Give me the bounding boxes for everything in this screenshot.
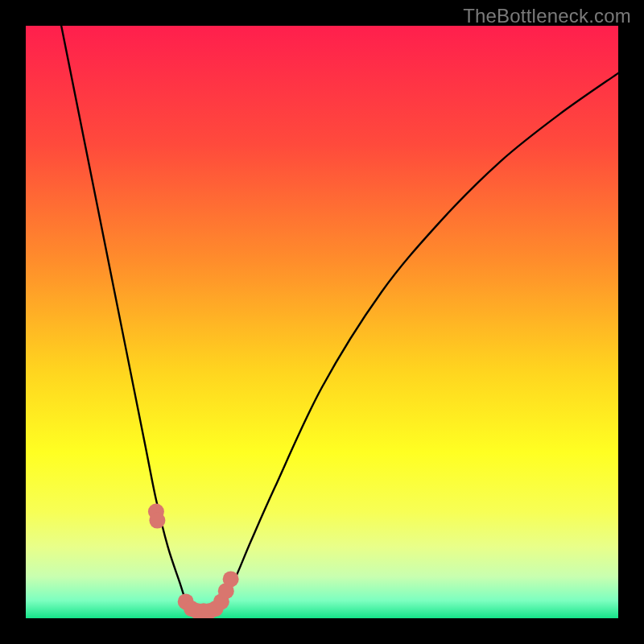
bottleneck-curve [61, 26, 618, 613]
chart-frame: TheBottleneck.com [0, 0, 644, 644]
plot-area [26, 26, 618, 618]
highlight-point [223, 571, 239, 587]
curve-layer [26, 26, 618, 618]
highlight-points-group [148, 504, 239, 618]
watermark-text: TheBottleneck.com [463, 5, 631, 27]
highlight-point [149, 513, 165, 529]
